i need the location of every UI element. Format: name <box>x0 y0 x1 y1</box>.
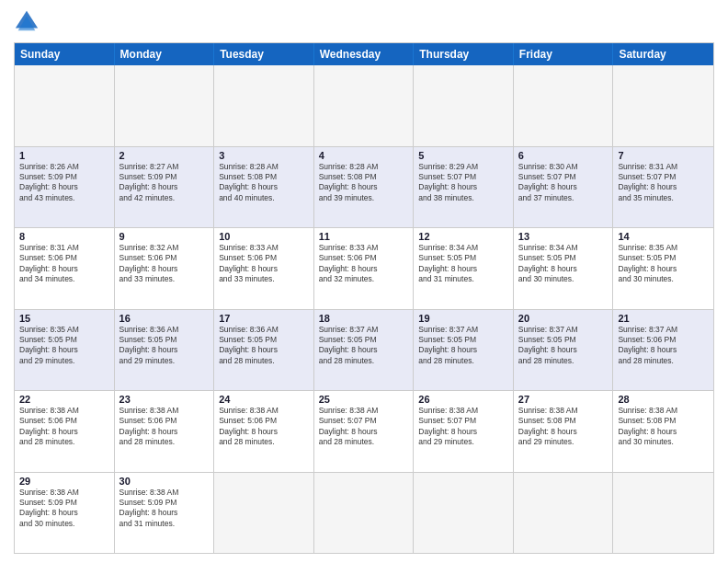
calendar-cell <box>214 473 314 554</box>
day-number: 3 <box>219 150 309 161</box>
cell-info: Sunrise: 8:36 AMSunset: 5:05 PMDaylight:… <box>119 325 210 367</box>
calendar-cell <box>314 473 415 554</box>
calendar-cell: 2Sunrise: 8:27 AMSunset: 5:09 PMDaylight… <box>115 147 215 228</box>
calendar-body: 1Sunrise: 8:26 AMSunset: 5:09 PMDaylight… <box>15 65 713 553</box>
day-number: 29 <box>19 476 109 487</box>
header-day-friday: Friday <box>514 43 614 65</box>
cell-info: Sunrise: 8:37 AMSunset: 5:05 PMDaylight:… <box>319 325 409 367</box>
calendar-cell: 23Sunrise: 8:38 AMSunset: 5:06 PMDayligh… <box>115 391 215 472</box>
calendar-cell: 5Sunrise: 8:29 AMSunset: 5:07 PMDaylight… <box>414 147 514 228</box>
calendar-cell: 28Sunrise: 8:38 AMSunset: 5:08 PMDayligh… <box>613 391 713 472</box>
day-number: 9 <box>119 231 210 242</box>
calendar-cell: 24Sunrise: 8:38 AMSunset: 5:06 PMDayligh… <box>214 391 314 472</box>
calendar-cell: 11Sunrise: 8:33 AMSunset: 5:06 PMDayligh… <box>314 228 415 309</box>
calendar-cell <box>314 65 415 146</box>
calendar-row-1: 1Sunrise: 8:26 AMSunset: 5:09 PMDaylight… <box>15 147 713 229</box>
logo-icon <box>14 9 40 35</box>
calendar-cell: 29Sunrise: 8:38 AMSunset: 5:09 PMDayligh… <box>15 473 115 554</box>
calendar-cell: 15Sunrise: 8:35 AMSunset: 5:05 PMDayligh… <box>15 310 115 391</box>
header-day-thursday: Thursday <box>414 43 514 65</box>
cell-info: Sunrise: 8:34 AMSunset: 5:05 PMDaylight:… <box>518 243 609 285</box>
header-day-wednesday: Wednesday <box>314 43 415 65</box>
calendar-cell: 6Sunrise: 8:30 AMSunset: 5:07 PMDaylight… <box>514 147 614 228</box>
calendar-cell: 21Sunrise: 8:37 AMSunset: 5:06 PMDayligh… <box>613 310 713 391</box>
day-number: 6 <box>518 150 609 161</box>
calendar-cell: 1Sunrise: 8:26 AMSunset: 5:09 PMDaylight… <box>15 147 115 228</box>
day-number: 2 <box>119 150 210 161</box>
cell-info: Sunrise: 8:37 AMSunset: 5:06 PMDaylight:… <box>618 325 709 367</box>
day-number: 1 <box>19 150 109 161</box>
calendar-cell <box>514 473 614 554</box>
calendar-cell: 8Sunrise: 8:31 AMSunset: 5:06 PMDaylight… <box>15 228 115 309</box>
calendar-cell: 10Sunrise: 8:33 AMSunset: 5:06 PMDayligh… <box>214 228 314 309</box>
calendar-cell: 9Sunrise: 8:32 AMSunset: 5:06 PMDaylight… <box>115 228 215 309</box>
day-number: 17 <box>219 313 309 324</box>
header-day-sunday: Sunday <box>15 43 115 65</box>
cell-info: Sunrise: 8:28 AMSunset: 5:08 PMDaylight:… <box>219 162 309 204</box>
cell-info: Sunrise: 8:33 AMSunset: 5:06 PMDaylight:… <box>319 243 409 285</box>
header-day-monday: Monday <box>115 43 215 65</box>
calendar-cell: 26Sunrise: 8:38 AMSunset: 5:07 PMDayligh… <box>414 391 514 472</box>
calendar-row-3: 15Sunrise: 8:35 AMSunset: 5:05 PMDayligh… <box>15 310 713 392</box>
calendar-cell <box>613 65 713 146</box>
calendar-cell: 22Sunrise: 8:38 AMSunset: 5:06 PMDayligh… <box>15 391 115 472</box>
day-number: 25 <box>319 394 409 405</box>
cell-info: Sunrise: 8:37 AMSunset: 5:05 PMDaylight:… <box>518 325 609 367</box>
calendar-cell <box>214 65 314 146</box>
day-number: 18 <box>319 313 409 324</box>
calendar-cell <box>613 473 713 554</box>
cell-info: Sunrise: 8:31 AMSunset: 5:06 PMDaylight:… <box>19 243 109 285</box>
calendar-cell: 12Sunrise: 8:34 AMSunset: 5:05 PMDayligh… <box>414 228 514 309</box>
day-number: 10 <box>219 231 309 242</box>
calendar-cell: 13Sunrise: 8:34 AMSunset: 5:05 PMDayligh… <box>514 228 614 309</box>
calendar-cell: 17Sunrise: 8:36 AMSunset: 5:05 PMDayligh… <box>214 310 314 391</box>
cell-info: Sunrise: 8:34 AMSunset: 5:05 PMDaylight:… <box>418 243 508 285</box>
calendar-cell <box>414 473 514 554</box>
cell-info: Sunrise: 8:38 AMSunset: 5:06 PMDaylight:… <box>19 406 109 448</box>
cell-info: Sunrise: 8:26 AMSunset: 5:09 PMDaylight:… <box>19 162 109 204</box>
day-number: 7 <box>618 150 709 161</box>
day-number: 5 <box>418 150 508 161</box>
cell-info: Sunrise: 8:33 AMSunset: 5:06 PMDaylight:… <box>219 243 309 285</box>
cell-info: Sunrise: 8:29 AMSunset: 5:07 PMDaylight:… <box>418 162 508 204</box>
calendar-row-0 <box>15 65 713 147</box>
cell-info: Sunrise: 8:30 AMSunset: 5:07 PMDaylight:… <box>518 162 609 204</box>
day-number: 21 <box>618 313 709 324</box>
calendar-row-2: 8Sunrise: 8:31 AMSunset: 5:06 PMDaylight… <box>15 228 713 310</box>
calendar-cell <box>414 65 514 146</box>
calendar-row-4: 22Sunrise: 8:38 AMSunset: 5:06 PMDayligh… <box>15 391 713 473</box>
calendar-row-5: 29Sunrise: 8:38 AMSunset: 5:09 PMDayligh… <box>15 473 713 554</box>
calendar-cell <box>514 65 614 146</box>
calendar: SundayMondayTuesdayWednesdayThursdayFrid… <box>14 42 714 554</box>
day-number: 24 <box>219 394 309 405</box>
day-number: 26 <box>418 394 508 405</box>
day-number: 19 <box>418 313 508 324</box>
cell-info: Sunrise: 8:36 AMSunset: 5:05 PMDaylight:… <box>219 325 309 367</box>
cell-info: Sunrise: 8:37 AMSunset: 5:05 PMDaylight:… <box>418 325 508 367</box>
calendar-cell <box>15 65 115 146</box>
cell-info: Sunrise: 8:35 AMSunset: 5:05 PMDaylight:… <box>19 325 109 367</box>
day-number: 20 <box>518 313 609 324</box>
day-number: 13 <box>518 231 609 242</box>
header <box>14 9 714 35</box>
day-number: 14 <box>618 231 709 242</box>
calendar-cell: 16Sunrise: 8:36 AMSunset: 5:05 PMDayligh… <box>115 310 215 391</box>
day-number: 4 <box>319 150 409 161</box>
logo <box>14 9 43 35</box>
day-number: 16 <box>119 313 210 324</box>
cell-info: Sunrise: 8:27 AMSunset: 5:09 PMDaylight:… <box>119 162 210 204</box>
calendar-cell: 20Sunrise: 8:37 AMSunset: 5:05 PMDayligh… <box>514 310 614 391</box>
day-number: 8 <box>19 231 109 242</box>
cell-info: Sunrise: 8:28 AMSunset: 5:08 PMDaylight:… <box>319 162 409 204</box>
cell-info: Sunrise: 8:38 AMSunset: 5:07 PMDaylight:… <box>418 406 508 448</box>
cell-info: Sunrise: 8:31 AMSunset: 5:07 PMDaylight:… <box>618 162 709 204</box>
cell-info: Sunrise: 8:38 AMSunset: 5:06 PMDaylight:… <box>119 406 210 448</box>
cell-info: Sunrise: 8:38 AMSunset: 5:08 PMDaylight:… <box>518 406 609 448</box>
header-day-saturday: Saturday <box>613 43 713 65</box>
calendar-cell: 7Sunrise: 8:31 AMSunset: 5:07 PMDaylight… <box>613 147 713 228</box>
calendar-cell: 3Sunrise: 8:28 AMSunset: 5:08 PMDaylight… <box>214 147 314 228</box>
day-number: 12 <box>418 231 508 242</box>
cell-info: Sunrise: 8:38 AMSunset: 5:07 PMDaylight:… <box>319 406 409 448</box>
calendar-cell: 18Sunrise: 8:37 AMSunset: 5:05 PMDayligh… <box>314 310 415 391</box>
day-number: 27 <box>518 394 609 405</box>
